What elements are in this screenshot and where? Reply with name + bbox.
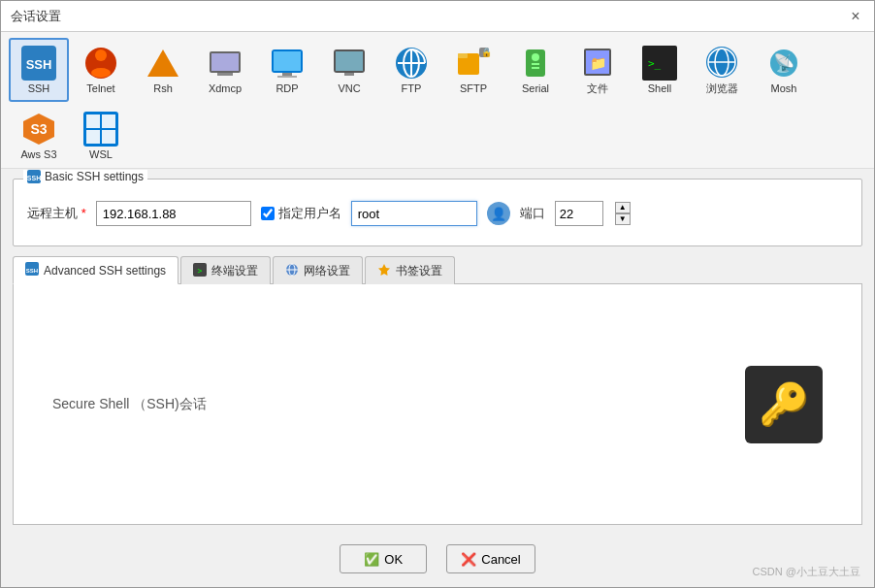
svg-text:SSH: SSH (26, 268, 38, 274)
port-up-button[interactable]: ▲ (615, 202, 631, 213)
bottom-bar: ✅ OK ❌ Cancel (1, 535, 874, 587)
port-label: 端口 (520, 205, 545, 222)
svg-rect-7 (211, 53, 239, 71)
svg-text:>_: >_ (648, 57, 662, 70)
protocol-bar: SSH SSHTelnetRshXdmcpRDPVNCFTP🔒SFTPSeria… (1, 32, 874, 169)
key-icon: 🔑 (759, 380, 809, 428)
specify-user-label[interactable]: 指定用户名 (261, 205, 341, 222)
tab-icon-terminal: > (193, 263, 207, 279)
protocol-label-ftp: FTP (402, 82, 422, 94)
svg-rect-42 (102, 114, 115, 128)
tab-network[interactable]: 网络设置 (273, 256, 363, 284)
protocol-label-vnc: VNC (338, 82, 360, 94)
protocol-item-rdp[interactable]: RDP (257, 38, 317, 102)
watermark: CSDN @小土豆大土豆 (753, 565, 860, 579)
protocol-item-awss3[interactable]: S3Aws S3 (9, 104, 69, 168)
protocol-icon-browser (704, 45, 739, 80)
protocol-label-serial: Serial (522, 82, 549, 94)
dialog-title: 会话设置 (11, 8, 61, 25)
close-button[interactable]: × (847, 8, 864, 25)
protocol-item-browser[interactable]: 浏览器 (692, 38, 752, 102)
protocol-label-mosh: Mosh (771, 82, 797, 94)
protocol-item-wsl[interactable]: WSL (71, 104, 131, 168)
svg-rect-15 (344, 73, 354, 76)
tab-advanced[interactable]: SSHAdvanced SSH settings (13, 256, 178, 284)
protocol-icon-rsh (146, 46, 180, 81)
basic-settings-title: SSH Basic SSH settings (23, 170, 147, 183)
svg-text:S3: S3 (30, 121, 47, 137)
username-input[interactable] (351, 201, 477, 226)
svg-point-3 (95, 49, 107, 61)
tabs-header: SSHAdvanced SSH settings>终端设置网络设置书签设置 (13, 256, 862, 284)
protocol-item-xdmcp[interactable]: Xdmcp (195, 38, 255, 102)
session-settings-dialog: 会话设置 × SSH SSHTelnetRshXdmcpRDPVNCFTP🔒SF… (0, 0, 875, 588)
protocol-label-ssh: SSH (28, 82, 50, 94)
protocol-icon-awss3: S3 (21, 112, 56, 147)
protocol-icon-xdmcp (208, 46, 243, 81)
tab-terminal[interactable]: >终端设置 (180, 256, 271, 284)
svg-rect-8 (217, 73, 233, 76)
tab-label-network: 网络设置 (304, 263, 350, 279)
specify-user-checkbox[interactable] (261, 207, 275, 220)
protocol-label-shell: Shell (648, 82, 671, 94)
svg-rect-21 (458, 53, 468, 58)
host-label: 远程主机 * (27, 205, 86, 222)
content-area: SSH Basic SSH settings 远程主机 * 指定用户名 👤 端口 (1, 169, 874, 535)
user-icon: 👤 (487, 202, 510, 225)
svg-rect-12 (277, 76, 297, 78)
title-bar: 会话设置 × (1, 1, 874, 32)
protocol-label-sftp: SFTP (460, 82, 487, 94)
tab-bookmark[interactable]: 书签设置 (365, 256, 455, 284)
tab-label-advanced: Advanced SSH settings (44, 264, 166, 278)
svg-point-4 (91, 68, 111, 78)
svg-rect-10 (274, 51, 301, 71)
protocol-item-sftp[interactable]: 🔒SFTP (443, 38, 503, 102)
svg-rect-26 (532, 63, 539, 65)
protocol-label-xdmcp: Xdmcp (209, 82, 242, 94)
protocol-icon-vnc (332, 46, 367, 81)
tab-icon-advanced: SSH (25, 262, 39, 278)
svg-rect-14 (336, 51, 363, 71)
basic-settings-row: 远程主机 * 指定用户名 👤 端口 ▲ ▼ (27, 201, 848, 226)
protocol-item-telnet[interactable]: Telnet (71, 38, 131, 102)
port-down-button[interactable]: ▼ (615, 213, 631, 225)
protocol-item-rsh[interactable]: Rsh (133, 38, 193, 102)
host-input[interactable] (96, 201, 251, 226)
protocol-item-shell[interactable]: >_Shell (630, 38, 690, 102)
svg-text:📡: 📡 (773, 52, 795, 74)
tab-icon-bookmark (377, 263, 391, 279)
tab-content-inner: Secure Shell （SSH)会话 🔑 (14, 346, 861, 463)
protocol-label-awss3: Aws S3 (20, 148, 56, 160)
svg-rect-41 (86, 114, 100, 128)
svg-rect-11 (282, 73, 292, 76)
ok-icon: ✅ (364, 552, 379, 567)
svg-point-25 (532, 53, 539, 61)
protocol-icon-wsl (83, 112, 118, 147)
protocol-item-file[interactable]: 📁文件 (567, 38, 628, 102)
protocol-icon-telnet (83, 46, 118, 81)
protocol-item-mosh[interactable]: 📡Mosh (754, 38, 814, 102)
protocol-icon-mosh: 📡 (766, 46, 801, 81)
protocol-item-serial[interactable]: Serial (505, 38, 566, 102)
tab-label-bookmark: 书签设置 (396, 263, 442, 279)
protocol-icon-file: 📁 (580, 45, 615, 80)
tab-label-terminal: 终端设置 (211, 263, 258, 279)
ok-button[interactable]: ✅ OK (340, 544, 427, 573)
protocol-item-ftp[interactable]: FTP (381, 38, 441, 102)
ssh-description: Secure Shell （SSH)会话 (52, 396, 207, 413)
protocol-item-vnc[interactable]: VNC (319, 38, 379, 102)
port-input[interactable] (555, 201, 603, 226)
svg-text:>: > (198, 267, 203, 276)
basic-settings-label: Basic SSH settings (45, 170, 144, 183)
protocol-icon-shell: >_ (642, 46, 677, 81)
protocol-icon-ftp (394, 46, 429, 81)
svg-text:📁: 📁 (590, 55, 607, 72)
cancel-icon: ❌ (461, 552, 476, 567)
cancel-button[interactable]: ❌ Cancel (446, 544, 535, 573)
ok-label: OK (384, 552, 403, 567)
protocol-item-ssh[interactable]: SSH SSH (9, 38, 69, 102)
required-star: * (81, 206, 86, 220)
svg-marker-5 (147, 49, 178, 77)
tab-content-area: Secure Shell （SSH)会话 🔑 (13, 283, 862, 525)
svg-text:SSH: SSH (27, 175, 41, 181)
